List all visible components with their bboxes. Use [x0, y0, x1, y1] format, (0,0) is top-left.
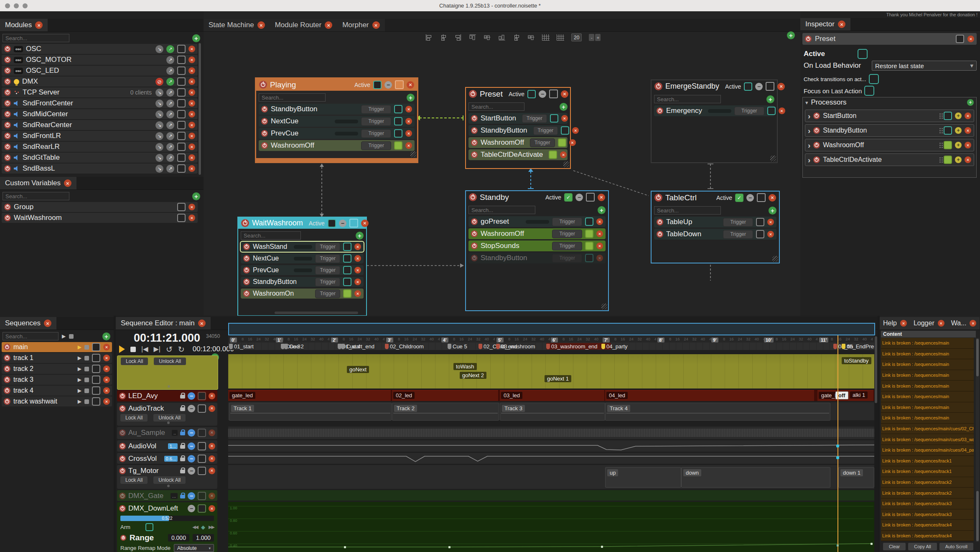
- trigger-button[interactable]: Trigger: [361, 117, 391, 126]
- trigger-button[interactable]: Trigger: [552, 242, 582, 250]
- drag-handle-icon[interactable]: [939, 128, 941, 129]
- sequence-row[interactable]: main ▶ ×: [2, 342, 112, 352]
- module-checkbox[interactable]: [177, 56, 186, 64]
- state-node-preset[interactable]: Preset Active − × + Start: [465, 87, 571, 169]
- close-icon[interactable]: ×: [769, 194, 776, 202]
- close-icon[interactable]: ×: [900, 320, 907, 327]
- action-row[interactable]: WashroomOff Trigger ×: [468, 137, 568, 148]
- unlock-all-button[interactable]: Unlock All: [153, 476, 186, 484]
- logger-tab[interactable]: Logger ×: [910, 317, 948, 330]
- remove-module-icon[interactable]: ×: [188, 165, 195, 172]
- sequence-checkbox[interactable]: [92, 397, 100, 406]
- color-swatch[interactable]: [766, 82, 774, 91]
- action-row[interactable]: TableDown Trigger ×: [654, 229, 776, 240]
- close-icon[interactable]: ×: [35, 21, 43, 29]
- trigger-button[interactable]: Trigger: [530, 138, 555, 147]
- drag-handle-icon[interactable]: [939, 113, 941, 115]
- variable-checkbox[interactable]: [177, 214, 186, 222]
- workspace-tab[interactable]: Module Router ×: [270, 19, 338, 31]
- input-arrow-icon[interactable]: ↘: [155, 154, 163, 162]
- remove-action-icon[interactable]: ×: [354, 267, 361, 273]
- prev-keys-icon[interactable]: ◀◀: [192, 524, 198, 530]
- logger-tab[interactable]: Wa... ×: [948, 317, 980, 330]
- processor-row[interactable]: › StartButton + ×: [805, 110, 974, 122]
- remove-track-icon[interactable]: ×: [209, 443, 215, 450]
- progress-slider[interactable]: [335, 132, 358, 135]
- track-header-downleft[interactable]: DMX_DownLeft − × 0.522 Arm ◀◀ ◆ ▶▶ Range: [117, 502, 217, 552]
- align-top-icon[interactable]: [470, 34, 476, 41]
- node-search-input[interactable]: [654, 95, 721, 103]
- power-icon[interactable]: [4, 78, 11, 85]
- output-arrow-icon[interactable]: ↗: [166, 154, 174, 162]
- sequence-checkbox[interactable]: [92, 365, 100, 373]
- remove-module-icon[interactable]: ×: [188, 154, 195, 161]
- input-arrow-icon[interactable]: ↘: [155, 121, 163, 129]
- expand-chevron-icon[interactable]: ›: [808, 141, 810, 149]
- node-search-input[interactable]: [241, 231, 301, 240]
- play-icon[interactable]: ▶: [78, 388, 81, 394]
- align-left-icon[interactable]: [425, 34, 433, 41]
- remove-action-icon[interactable]: ×: [767, 219, 774, 225]
- value-badge[interactable]: 0.6...: [164, 456, 178, 462]
- sequence-row[interactable]: track 1 ▶ ×: [2, 353, 112, 363]
- remove-sequence-icon[interactable]: ×: [103, 376, 110, 383]
- power-icon[interactable]: [471, 218, 478, 225]
- power-icon[interactable]: [4, 111, 11, 118]
- active-checkbox[interactable]: [527, 90, 536, 98]
- led-block[interactable]: 02_led: [392, 390, 498, 401]
- action-row[interactable]: StartButton Trigger ×: [468, 113, 568, 124]
- power-icon[interactable]: [120, 535, 126, 541]
- value-badge[interactable]: ..: [172, 430, 178, 436]
- progress-slider[interactable]: [335, 120, 358, 123]
- automation-point[interactable]: [344, 546, 346, 548]
- remove-action-icon[interactable]: ×: [405, 118, 412, 125]
- remove-track-icon[interactable]: ×: [209, 493, 215, 499]
- cue-row[interactable]: 01_start Cue 3 Cue 2 01_start_en: [228, 342, 878, 350]
- variable-row[interactable]: WaitWashroom ×: [2, 213, 198, 223]
- tab-sequences[interactable]: Sequences ×: [0, 317, 56, 330]
- action-row[interactable]: TableUp Trigger ×: [654, 217, 776, 227]
- duplicate-processor-icon[interactable]: +: [955, 156, 962, 163]
- remove-module-icon[interactable]: ×: [188, 78, 195, 85]
- output-arrow-icon[interactable]: ↗: [166, 45, 174, 53]
- action-row[interactable]: TableCtrlDeActivate ×: [468, 149, 568, 160]
- close-icon[interactable]: ×: [64, 179, 71, 187]
- sequences-search-input[interactable]: [3, 332, 59, 340]
- power-icon[interactable]: [243, 279, 250, 285]
- remove-action-icon[interactable]: ×: [354, 279, 361, 285]
- track-checkbox[interactable]: [198, 429, 206, 437]
- track-header-audio[interactable]: AudioTrack − × Lock All Unlock All: [117, 403, 217, 426]
- audio-clip[interactable]: Track 4: [605, 403, 830, 421]
- cue-marker[interactable]: Cue 5: [448, 343, 467, 350]
- tab-modules[interactable]: Modules ×: [0, 19, 48, 31]
- remove-variable-icon[interactable]: ×: [188, 215, 195, 221]
- trigger-button[interactable]: Trigger: [552, 230, 582, 238]
- trigger-button[interactable]: Trigger: [315, 243, 340, 251]
- playhead[interactable]: [837, 335, 838, 552]
- unlock-all-button[interactable]: Unlock All: [154, 358, 186, 365]
- action-checkbox[interactable]: [343, 243, 351, 251]
- power-icon[interactable]: [805, 36, 812, 42]
- power-icon[interactable]: [119, 393, 126, 399]
- lock-icon[interactable]: [180, 445, 185, 449]
- power-icon[interactable]: [4, 46, 11, 52]
- gate-track[interactable]: [228, 490, 878, 501]
- action-checkbox[interactable]: [549, 151, 557, 159]
- remove-action-icon[interactable]: ×: [596, 230, 603, 237]
- trigger-button[interactable]: Trigger: [533, 126, 558, 135]
- power-icon[interactable]: [4, 165, 11, 172]
- action-row[interactable]: StopSounds Trigger ×: [468, 240, 606, 251]
- crossvol-automation-track[interactable]: [228, 453, 878, 464]
- track-header-motor[interactable]: Tg_Motor − × Lock All Unlock All: [117, 465, 217, 489]
- cue-marker[interactable]: Cue 2: [284, 343, 304, 350]
- module-row[interactable]: SndMidCenter ↘ ↗ ×: [2, 109, 198, 119]
- tab-sequence-editor[interactable]: Sequence Editor : main ×: [116, 317, 211, 330]
- grid-plus-button[interactable]: +: [595, 34, 601, 41]
- collapse-icon[interactable]: −: [746, 194, 754, 202]
- power-icon[interactable]: [261, 106, 268, 112]
- remove-variable-icon[interactable]: ×: [188, 204, 195, 210]
- action-row[interactable]: PrevCue Trigger ×: [259, 128, 415, 139]
- next-cue-button[interactable]: ▶|: [153, 346, 160, 353]
- trigger-item[interactable]: toWash: [453, 363, 477, 370]
- track-checkbox[interactable]: [198, 455, 206, 463]
